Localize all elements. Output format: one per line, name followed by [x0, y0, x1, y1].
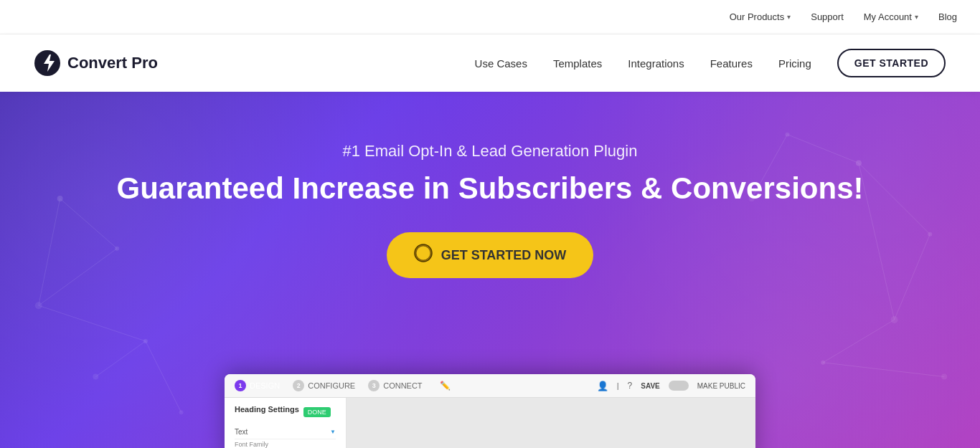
- top-bar: Our Products ▾ Support My Account ▾ Blog: [0, 0, 980, 34]
- svg-line-9: [95, 341, 146, 377]
- app-sidebar: Heading Settings DONE Text ▼ Font Family…: [225, 398, 347, 448]
- blog-label: Blog: [938, 11, 957, 22]
- text-field-row: Text ▼: [235, 425, 336, 439]
- toolbar-spacer: |: [617, 381, 619, 390]
- done-badge: DONE: [303, 407, 331, 417]
- sidebar-heading: Heading Settings: [235, 405, 299, 414]
- step-3-num: 3: [368, 380, 380, 391]
- svg-line-17: [895, 234, 930, 320]
- app-body: Heading Settings DONE Text ▼ Font Family…: [225, 398, 755, 448]
- save-label[interactable]: SAVE: [641, 382, 660, 390]
- support-link[interactable]: Support: [811, 11, 844, 22]
- svg-line-20: [859, 163, 895, 320]
- svg-line-7: [39, 249, 117, 306]
- pencil-icon: ✏️: [440, 381, 451, 391]
- my-account-chevron-icon: ▾: [915, 13, 918, 21]
- step-configure-label: CONFIGURE: [308, 381, 355, 390]
- step-1-num: 1: [235, 380, 246, 391]
- support-label: Support: [811, 11, 844, 22]
- text-arrow-icon: ▼: [330, 429, 336, 435]
- hero-cta-label: GET STARTED NOW: [441, 248, 567, 263]
- my-account-label: My Account: [864, 11, 912, 22]
- svg-line-26: [146, 341, 182, 412]
- get-started-button[interactable]: GET STARTED: [837, 49, 946, 77]
- svg-line-6: [60, 199, 118, 249]
- app-toolbar: 1 DESIGN 2 CONFIGURE 3 CONNECT ✏️ 👤 | ? …: [225, 374, 755, 398]
- our-products-link[interactable]: Our Products ▾: [730, 11, 791, 22]
- our-products-label: Our Products: [730, 11, 785, 22]
- hero-subtitle: #1 Email Opt-In & Lead Generation Plugin: [116, 142, 863, 161]
- svg-line-19: [823, 363, 944, 377]
- step-2-num: 2: [293, 380, 304, 391]
- svg-point-28: [415, 244, 432, 262]
- app-canvas: [347, 398, 755, 448]
- hero-title: Guaranteed Increase in Subscribers & Con…: [116, 171, 863, 206]
- logo-icon: [34, 50, 60, 76]
- help-icon: ?: [628, 381, 633, 391]
- svg-line-10: [39, 199, 60, 305]
- main-nav: Convert Pro Use Cases Templates Integrat…: [0, 34, 980, 92]
- main-nav-links: Use Cases Templates Integrations Feature…: [475, 49, 946, 77]
- our-products-chevron-icon: ▾: [787, 13, 791, 21]
- step-design-label: DESIGN: [250, 381, 280, 390]
- svg-point-29: [415, 245, 431, 262]
- nav-integrations[interactable]: Integrations: [628, 57, 684, 70]
- svg-line-18: [823, 320, 894, 363]
- step-connect: 3 CONNECT: [368, 380, 422, 391]
- step-connect-label: CONNECT: [383, 381, 422, 390]
- hero-content: #1 Email Opt-In & Lead Generation Plugin…: [116, 142, 863, 278]
- logo-text: Convert Pro: [67, 54, 158, 72]
- wordpress-icon: [414, 244, 433, 267]
- nav-use-cases[interactable]: Use Cases: [475, 57, 527, 70]
- my-account-link[interactable]: My Account ▾: [864, 11, 918, 22]
- svg-line-8: [39, 305, 146, 341]
- step-design: 1 DESIGN: [235, 380, 280, 391]
- hero-section: #1 Email Opt-In & Lead Generation Plugin…: [0, 92, 980, 448]
- make-public-label: MAKE PUBLIC: [697, 382, 745, 390]
- nav-templates[interactable]: Templates: [553, 57, 602, 70]
- nav-features[interactable]: Features: [710, 57, 753, 70]
- logo-link[interactable]: Convert Pro: [34, 50, 158, 76]
- step-configure: 2 CONFIGURE: [293, 380, 355, 391]
- font-family-label: Font Family: [235, 439, 336, 448]
- toolbar-right: 👤 | ? SAVE MAKE PUBLIC: [597, 381, 745, 391]
- app-preview: 1 DESIGN 2 CONFIGURE 3 CONNECT ✏️ 👤 | ? …: [225, 374, 755, 448]
- make-public-toggle[interactable]: [669, 381, 689, 391]
- svg-line-16: [859, 163, 930, 234]
- blog-link[interactable]: Blog: [938, 11, 957, 22]
- nav-pricing[interactable]: Pricing: [778, 57, 811, 70]
- top-bar-nav: Our Products ▾ Support My Account ▾ Blog: [730, 11, 957, 22]
- hero-cta-button[interactable]: GET STARTED NOW: [387, 232, 594, 278]
- user-icon: 👤: [597, 381, 608, 391]
- text-field-label: Text: [235, 428, 248, 436]
